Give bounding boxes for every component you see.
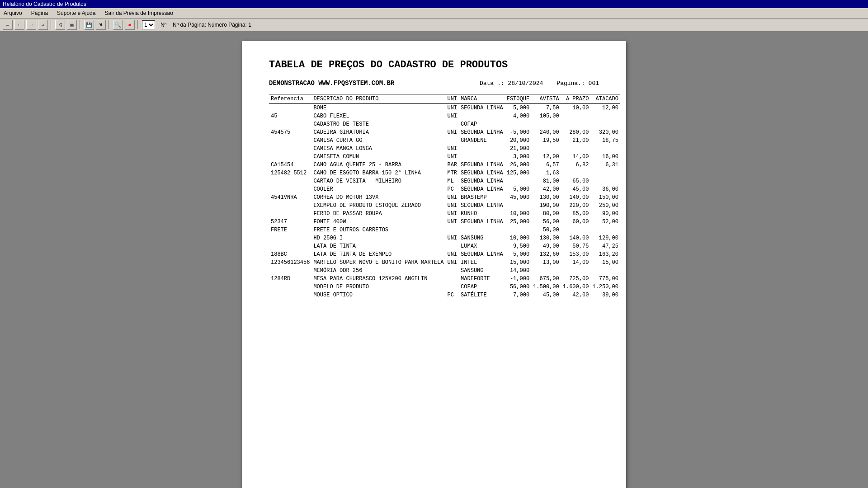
cell-atacado: 47,25 <box>590 242 620 250</box>
table-row: COOLERPCSEGUNDA LINHA5,00042,0045,0036,0… <box>269 185 620 193</box>
cell-estoque: 26,000 <box>505 161 531 169</box>
cell-ref <box>269 177 311 185</box>
cell-uni: ML <box>445 177 459 185</box>
cell-ref: FRETE <box>269 226 311 234</box>
main-area: TABELA DE PREÇOS DO CADASTRO DE PRODUTOS… <box>0 32 868 488</box>
cell-marca: SATÉLITE <box>459 291 505 299</box>
cell-ref: 1284RD <box>269 275 311 283</box>
cell-uni: UNI <box>445 210 459 218</box>
cell-aprazo: 85,00 <box>561 210 591 218</box>
cell-marca: SEGUNDA LINHA <box>459 202 505 210</box>
toolbar-separator-3 <box>108 20 110 29</box>
cell-uni: UNI <box>445 202 459 210</box>
menu-suporte[interactable]: Suporte e Ajuda <box>55 9 97 17</box>
print-button[interactable]: 🖨 <box>55 20 65 30</box>
cell-aprazo: 65,00 <box>561 177 591 185</box>
layout-button[interactable]: ▤ <box>67 20 77 30</box>
menu-pagina[interactable]: Página <box>29 9 50 17</box>
table-row: CA15454CANO AGUA QUENTE 25 - BARRABARSEG… <box>269 161 620 169</box>
menu-sair[interactable]: Sair da Prévia de Impressão <box>103 9 175 17</box>
cell-atacado: 18,75 <box>590 136 620 145</box>
page-label: Nº <box>160 22 166 28</box>
cell-uni: UNI <box>445 258 459 267</box>
table-row: FERRO DE PASSAR ROUPAUNIKUNHO10,00080,00… <box>269 210 620 218</box>
cell-avista: 42,00 <box>531 185 561 193</box>
first-page-button[interactable]: ⇐ <box>3 20 13 30</box>
cell-avista: 50,00 <box>531 226 561 234</box>
cell-ref: 4541VNRA <box>269 193 311 202</box>
table-row: CAMISETA COMUNUNI3,00012,0014,0016,00 <box>269 153 620 161</box>
last-page-button[interactable]: ⇒ <box>38 20 48 30</box>
word-button[interactable]: W <box>96 20 106 30</box>
cell-uni: UNI <box>445 250 459 258</box>
report-subtitle-row: DEMONSTRACAO WWW.FPQSYSTEM.COM.BR Data .… <box>269 80 599 87</box>
cell-uni: MTR <box>445 169 459 177</box>
cell-desc: BONE <box>311 104 445 113</box>
cell-estoque: 56,000 <box>505 283 531 291</box>
table-row: 4541VNRACORREA DO MOTOR 13VXUNIBRASTEMP4… <box>269 193 620 202</box>
table-row: MODELO DE PRODUTOCOFAP56,0001.500,001.60… <box>269 283 620 291</box>
cell-uni <box>445 242 459 250</box>
report-page: TABELA DE PREÇOS DO CADASTRO DE PRODUTOS… <box>242 41 626 488</box>
cell-desc: FERRO DE PASSAR ROUPA <box>311 210 445 218</box>
cell-marca: INTEL <box>459 258 505 267</box>
cell-ref: 52347 <box>269 218 311 226</box>
cell-estoque <box>505 202 531 210</box>
cell-atacado: 16,00 <box>590 153 620 161</box>
cell-marca: SEGUNDA LINHA <box>459 104 505 113</box>
zoom-in-button[interactable]: 🔍 <box>113 20 123 30</box>
cell-estoque: 7,000 <box>505 291 531 299</box>
report-date: Data .: 28/10/2024 <box>480 80 543 87</box>
report-table: Referencia DESCRICAO DO PRODUTO UNI MARC… <box>269 94 620 299</box>
cell-avista <box>531 120 561 128</box>
cell-aprazo: 220,00 <box>561 202 591 210</box>
table-row: 454575CADEIRA GIRATORIAUNISEGUNDA LINHA-… <box>269 128 620 136</box>
cell-desc: FRETE E OUTROS CARRETOS <box>311 226 445 234</box>
cell-estoque: 15,000 <box>505 258 531 267</box>
save-button[interactable]: 💾 <box>84 20 94 30</box>
cell-avista: 132,60 <box>531 250 561 258</box>
cell-ref <box>269 291 311 299</box>
cell-aprazo: 21,00 <box>561 136 591 145</box>
close-preview-button[interactable]: ✖ <box>125 20 135 30</box>
pagina-value: 001 <box>589 80 599 87</box>
cell-estoque: 3,000 <box>505 153 531 161</box>
cell-uni: PC <box>445 291 459 299</box>
cell-ref: 188BC <box>269 250 311 258</box>
table-header-row: Referencia DESCRICAO DO PRODUTO UNI MARC… <box>269 94 620 104</box>
cell-aprazo: 45,00 <box>561 185 591 193</box>
cell-aprazo: 14,00 <box>561 258 591 267</box>
cell-avista: 1,63 <box>531 169 561 177</box>
col-descricao: DESCRICAO DO PRODUTO <box>311 94 445 104</box>
cell-ref: 125482 5512 <box>269 169 311 177</box>
cell-avista: 19,50 <box>531 136 561 145</box>
cell-atacado <box>590 226 620 234</box>
cell-marca: SEGUNDA LINHA <box>459 185 505 193</box>
cell-avista: 7,50 <box>531 104 561 113</box>
cell-desc: MOUSE OPTICO <box>311 291 445 299</box>
menu-arquivo[interactable]: Arquivo <box>2 9 24 17</box>
prev-page-button[interactable]: ← <box>14 20 24 30</box>
cell-avista: 45,00 <box>531 291 561 299</box>
col-uni: UNI <box>445 94 459 104</box>
cell-estoque: 10,000 <box>505 234 531 242</box>
cell-uni: UNI <box>445 145 459 153</box>
cell-uni: BAR <box>445 161 459 169</box>
next-page-button[interactable]: → <box>26 20 36 30</box>
cell-atacado <box>590 112 620 120</box>
cell-aprazo: 60,00 <box>561 218 591 226</box>
page-select[interactable]: 1 <box>142 20 155 29</box>
cell-atacado <box>590 145 620 153</box>
cell-atacado: 12,00 <box>590 104 620 113</box>
cell-avista: 12,00 <box>531 153 561 161</box>
cell-marca: BRASTEMP <box>459 193 505 202</box>
cell-uni: UNI <box>445 218 459 226</box>
cell-ref: CA15454 <box>269 161 311 169</box>
cell-desc: CARTAO DE VISITA - MILHEIRO <box>311 177 445 185</box>
cell-desc: MESA PARA CHURRASCO 125X200 ANGELIN <box>311 275 445 283</box>
cell-atacado: 15,00 <box>590 258 620 267</box>
cell-desc: MODELO DE PRODUTO <box>311 283 445 291</box>
cell-ref <box>269 120 311 128</box>
title-bar: Relatório do Cadastro de Produtos <box>0 0 868 8</box>
cell-uni <box>445 226 459 234</box>
